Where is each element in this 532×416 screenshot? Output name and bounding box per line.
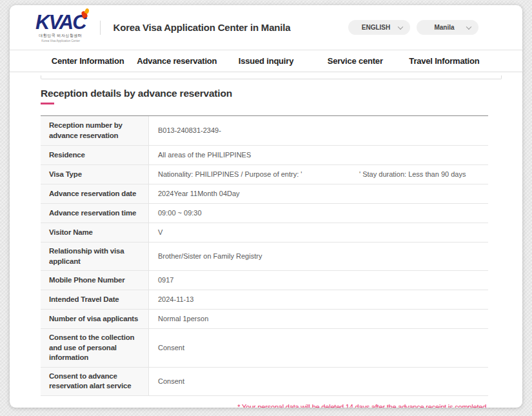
content-area: Reception details by advance reservation…	[10, 75, 522, 408]
row-value: B013-240831-2349-	[149, 116, 488, 145]
row-value: Brother/Sister on Family Registry	[149, 243, 488, 270]
flame-icon	[81, 9, 89, 18]
row-value: Consent	[149, 329, 488, 367]
row-label: Consent to advance reservation alart ser…	[41, 368, 149, 395]
row-value: All areas of the PHILIPPINES	[149, 146, 488, 164]
row-label: Visitor Name	[41, 223, 149, 242]
kvac-logo-text: KVAC	[35, 14, 86, 32]
table-row: Visitor Name V	[41, 223, 488, 243]
row-value: Consent	[149, 368, 488, 395]
row-value: V	[149, 223, 488, 242]
kvac-logo-subtitle-korean: 대한민국 비자신청센터	[39, 33, 82, 39]
personal-data-deletion-note: * Your personal data will be deleted 14 …	[41, 403, 488, 408]
row-label: Advance reservation date	[41, 184, 149, 203]
page-title: Reception details by advance reservation	[41, 88, 488, 99]
table-row: Reception number by advance reservation …	[41, 116, 488, 146]
kvac-logo-subtitle-english: Korea Visa Application Center	[41, 39, 80, 42]
chevron-down-icon	[398, 24, 403, 29]
city-dropdown[interactable]: Manila	[417, 20, 478, 35]
table-row: Mobile Phone Number 0917	[41, 271, 488, 290]
previous-section-bottom-edge	[41, 75, 502, 79]
chevron-down-icon	[466, 24, 471, 29]
table-row: Advance reservation date 2024Year 11Mont…	[41, 184, 488, 204]
row-value: 0917	[149, 271, 488, 290]
row-label: Intended Travel Date	[41, 290, 149, 309]
row-label: Mobile Phone Number	[41, 271, 149, 290]
header-divider	[100, 21, 101, 35]
language-dropdown-value: ENGLISH	[362, 24, 397, 31]
row-value: 09:00 ~ 09:30	[149, 204, 488, 223]
table-row: Relationship with visa applicant Brother…	[41, 243, 488, 271]
row-value: Normal 1person	[149, 310, 488, 328]
row-label: Residence	[41, 146, 149, 164]
table-row: Residence All areas of the PHILIPPINES	[41, 146, 488, 165]
row-value: 2024-11-13	[149, 290, 488, 309]
row-label: Reception number by advance reservation	[41, 116, 149, 145]
nav-item-service-center[interactable]: Service center	[311, 50, 400, 72]
row-label: Consent to the collection and use of per…	[41, 329, 149, 367]
main-card: KVAC 대한민국 비자신청센터 Korea Visa Application …	[10, 5, 522, 408]
header: KVAC 대한민국 비자신청센터 Korea Visa Application …	[10, 5, 522, 50]
table-row: Consent to the collection and use of per…	[41, 329, 488, 368]
row-value: 2024Year 11Month 04Day	[149, 184, 488, 203]
table-row: Advance reservation time 09:00 ~ 09:30	[41, 204, 488, 223]
table-row: Intended Travel Date 2024-11-13	[41, 290, 488, 310]
nav-item-issued-inquiry[interactable]: Issued inquiry	[221, 50, 310, 72]
row-label: Relationship with visa applicant	[41, 243, 149, 270]
row-label: Advance reservation time	[41, 204, 149, 223]
table-row: Number of visa applicants Normal 1person	[41, 310, 488, 329]
kvac-logo[interactable]: KVAC 대한민국 비자신청센터 Korea Visa Application …	[35, 14, 86, 43]
nav-item-advance-reservation[interactable]: Advance reservation	[132, 50, 221, 72]
main-nav: Center Information Advance reservation I…	[10, 50, 522, 72]
title-underline	[41, 103, 54, 104]
row-label: Number of visa applicants	[41, 310, 149, 328]
nav-item-center-information[interactable]: Center Information	[43, 50, 132, 72]
site-title: Korea Visa Application Center in Manila	[113, 22, 342, 33]
city-dropdown-value: Manila	[434, 24, 460, 31]
nav-item-travel-information[interactable]: Travel Information	[400, 50, 489, 72]
language-dropdown[interactable]: ENGLISH	[348, 20, 410, 35]
table-row: Consent to advance reservation alart ser…	[41, 368, 488, 396]
reservation-details-table: Reception number by advance reservation …	[41, 115, 488, 396]
table-row: Visa Type Nationality: PHILIPPINES / Pur…	[41, 165, 488, 184]
row-label: Visa Type	[41, 165, 149, 184]
row-value: Nationality: PHILIPPINES / Purpose of en…	[149, 165, 488, 184]
